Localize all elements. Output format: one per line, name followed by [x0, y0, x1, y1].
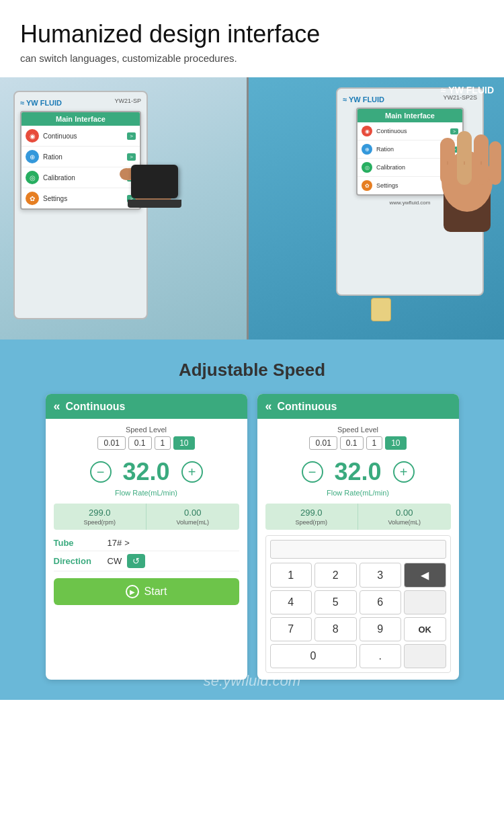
numpad-grid: 1 2 3 ◀ 4 5 6 7 8 9 OK 0 . [270, 563, 446, 668]
direction-btn-left[interactable]: ↺ [127, 554, 145, 568]
flow-plus-left[interactable]: + [181, 461, 203, 483]
flow-plus-right[interactable]: + [393, 461, 415, 483]
screen-header-left: Main Interface [22, 112, 140, 126]
direction-label-left: Direction [54, 556, 108, 566]
brand-logo-right: ≈ YW FLUID [441, 84, 494, 96]
numpad-key-6[interactable]: 6 [360, 590, 402, 614]
speed-volume-row-right: 299.0 Speed(rpm) 0.00 Volume(mL) [265, 504, 451, 530]
icon-settings-right: ✿ [362, 180, 372, 191]
numpad-key-9[interactable]: 9 [360, 617, 402, 641]
volume-label-left: Volume(mL) [149, 519, 237, 526]
speed-volume-row-left: 299.0 Speed(rpm) 0.00 Volume(mL) [54, 504, 239, 530]
menu-label-calibration-left: Calibration [43, 174, 123, 182]
volume-val-right: 0.00 [361, 508, 448, 518]
brand-logo-left: ≈ YW FLUID [20, 99, 62, 107]
start-button-left[interactable]: ▶ Start [54, 578, 239, 605]
speed-level-row-left: 0.01 0.1 1 10 [54, 436, 239, 450]
speed-btn-1-left[interactable]: 1 [155, 436, 171, 450]
volume-cell-left: 0.00 Volume(mL) [146, 504, 239, 530]
numpad-key-ok[interactable]: OK [404, 617, 446, 641]
icon-continuous-right: ◉ [362, 126, 372, 136]
svg-rect-10 [489, 141, 501, 185]
brand-logo-right-inner: ≈ YW FLUID [343, 95, 384, 104]
numpad-key-8[interactable]: 8 [314, 617, 357, 641]
numpad-key-blank-2 [404, 644, 446, 668]
numpad-key-5[interactable]: 5 [314, 590, 357, 614]
numpad-key-dot[interactable]: . [360, 644, 402, 668]
start-icon-left: ▶ [126, 585, 139, 598]
tube-arrow-left[interactable]: > [124, 538, 130, 548]
menu-label-settings-left: Settings [43, 195, 123, 202]
start-label-left: Start [144, 586, 167, 598]
bottom-section: Adjustable Speed « Continuous Speed Leve… [0, 340, 504, 700]
flow-control-row-left: − 32.0 + [54, 458, 239, 486]
speed-btn-01-left[interactable]: 0.1 [128, 436, 152, 450]
flow-minus-right[interactable]: − [302, 461, 323, 483]
page-title: Humanized design interface [20, 20, 484, 48]
flow-rate-label-left: Flow Rate(mL/min) [54, 489, 239, 497]
top-section: Humanized design interface can switch la… [0, 0, 504, 77]
svg-rect-8 [457, 131, 472, 185]
menu-label-ration-left: Ration [43, 153, 123, 161]
speed-btn-10-left[interactable]: 10 [173, 436, 194, 450]
speed-btn-1-right[interactable]: 1 [366, 436, 383, 450]
flow-control-row-right: − 32.0 + [265, 458, 451, 486]
icon-calibration-right: ◎ [362, 162, 372, 173]
photo-section: ≈ YW FLUID YW21-SP Main Interface ◉ Cont… [0, 77, 504, 340]
icon-ration-right: ⊕ [362, 144, 372, 155]
back-arrow-right[interactable]: « [265, 399, 272, 413]
tube-value-left: 17# [108, 538, 122, 548]
right-panel-title: Continuous [278, 401, 337, 413]
left-panel-card: « Continuous Speed Level 0.01 0.1 1 10 −… [46, 394, 247, 680]
speed-btn-001-left[interactable]: 0.01 [97, 436, 125, 450]
hand-right [430, 97, 504, 235]
speed-level-label-left: Speed Level [54, 426, 239, 434]
page-subtitle: can switch languages, customizable proce… [20, 52, 484, 64]
speed-level-label-right: Speed Level [265, 426, 451, 434]
right-panel-header: « Continuous [257, 394, 459, 419]
numpad-key-1[interactable]: 1 [270, 563, 312, 588]
flow-minus-left[interactable]: − [90, 461, 112, 483]
numpad-key-3[interactable]: 3 [360, 563, 402, 588]
numpad-key-blank-1 [404, 590, 446, 614]
numpad-display[interactable] [270, 540, 446, 559]
left-panel-title: Continuous [66, 401, 126, 413]
numpad-key-7[interactable]: 7 [270, 617, 312, 641]
speed-label-left: Speed(rpm) [56, 519, 144, 526]
menu-label-continuous-left: Continuous [43, 132, 123, 140]
speed-btn-10-right[interactable]: 10 [385, 436, 406, 450]
back-arrow-left[interactable]: « [54, 399, 60, 413]
speed-btn-001-right[interactable]: 0.01 [309, 436, 337, 450]
numpad-key-0[interactable]: 0 [270, 644, 357, 668]
right-panel-body: Speed Level 0.01 0.1 1 10 − 32.0 + Flow … [257, 419, 459, 680]
direction-row-left: Direction CW ↺ [54, 551, 239, 571]
icon-settings-left: ✿ [26, 192, 39, 205]
direction-value-left: CW [108, 556, 122, 566]
speed-cell-right: 299.0 Speed(rpm) [265, 504, 359, 530]
numpad-key-4[interactable]: 4 [270, 590, 312, 614]
flow-rate-label-right: Flow Rate(mL/min) [265, 489, 451, 497]
panels-row: « Continuous Speed Level 0.01 0.1 1 10 −… [13, 394, 491, 680]
numpad-area: 1 2 3 ◀ 4 5 6 7 8 9 OK 0 . [265, 535, 451, 673]
speed-cell-left: 299.0 Speed(rpm) [54, 504, 147, 530]
tubing-connector [371, 298, 391, 321]
hand-right-svg [430, 97, 504, 232]
speed-val-left: 299.0 [56, 508, 144, 518]
flow-value-right: 32.0 [331, 458, 385, 486]
volume-val-left: 0.00 [149, 508, 237, 518]
svg-rect-9 [474, 134, 489, 185]
icon-calibration-left: ◎ [26, 171, 39, 184]
tube-label-left: Tube [54, 538, 108, 548]
section-title-adjustable-speed: Adjustable Speed [13, 360, 491, 381]
speed-label-right: Speed(rpm) [268, 519, 355, 526]
numpad-key-2[interactable]: 2 [314, 563, 357, 588]
foot-pedal [131, 165, 181, 208]
speed-btn-01-right[interactable]: 0.1 [340, 436, 364, 450]
icon-ration-left: ⊕ [26, 150, 39, 163]
left-panel-header: « Continuous [46, 394, 247, 419]
tube-row-left: Tube 17# > [54, 535, 239, 551]
speed-val-right: 299.0 [268, 508, 355, 518]
left-panel-body: Speed Level 0.01 0.1 1 10 − 32.0 + Flow … [46, 419, 247, 612]
icon-continuous-left: ◉ [26, 129, 39, 143]
numpad-key-backspace[interactable]: ◀ [404, 563, 446, 588]
